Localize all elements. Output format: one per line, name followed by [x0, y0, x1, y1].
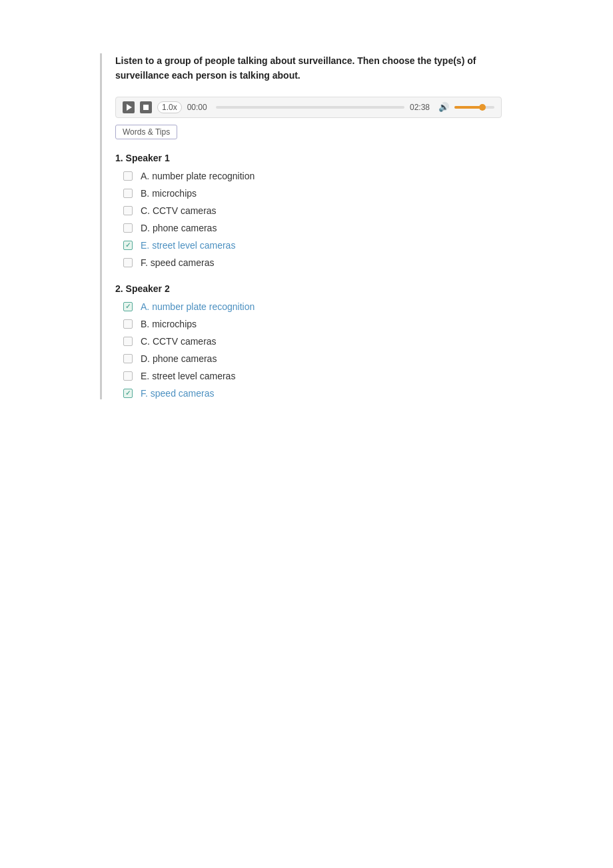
checkbox-1a[interactable]	[122, 170, 134, 182]
list-item: F. speed cameras	[122, 387, 513, 399]
option-2f-text: F. speed cameras	[141, 388, 215, 399]
list-item: C. CCTV cameras	[122, 205, 513, 217]
checkbox-2f[interactable]	[122, 387, 134, 399]
list-item: A. number plate recognition	[122, 301, 513, 313]
checkbox-unchecked-icon	[123, 337, 133, 346]
checkbox-2e[interactable]	[122, 370, 134, 382]
checkbox-1e[interactable]	[122, 239, 134, 251]
checkbox-unchecked-icon	[123, 189, 133, 198]
volume-fill	[454, 106, 480, 109]
checkbox-unchecked-icon	[123, 354, 133, 363]
section-2-number: 2.	[115, 283, 126, 294]
option-2d-text: D. phone cameras	[141, 353, 217, 364]
section-1: 1. Speaker 1 A. number plate recognition…	[115, 153, 513, 269]
checkbox-unchecked-icon	[123, 223, 133, 233]
list-item: B. microchips	[122, 318, 513, 330]
checkbox-2d[interactable]	[122, 353, 134, 365]
option-2b-text: B. microchips	[141, 319, 197, 329]
section-2-options: A. number plate recognition B. microchip…	[115, 301, 513, 399]
section-1-options: A. number plate recognition B. microchip…	[115, 170, 513, 269]
checkbox-2a[interactable]	[122, 301, 134, 313]
section-2-title: 2. Speaker 2	[115, 283, 513, 294]
list-item: D. phone cameras	[122, 222, 513, 234]
play-button[interactable]	[123, 101, 135, 113]
speed-badge[interactable]: 1.0x	[157, 101, 182, 113]
stop-button[interactable]	[140, 101, 152, 113]
option-1a-text: A. number plate recognition	[141, 171, 255, 181]
page-container: Listen to a group of people talking abou…	[0, 0, 613, 467]
checkbox-unchecked-icon	[123, 171, 133, 181]
list-item: E. street level cameras	[122, 239, 513, 251]
checkbox-checked-icon	[123, 302, 133, 311]
section-1-number: 1.	[115, 153, 126, 163]
volume-bar[interactable]	[454, 106, 494, 109]
checkbox-checked-icon	[123, 389, 133, 398]
list-item: F. speed cameras	[122, 257, 513, 269]
volume-knob[interactable]	[479, 104, 486, 111]
total-time: 02:38	[410, 103, 433, 112]
words-tips-button[interactable]: Words & Tips	[115, 125, 177, 139]
list-item: D. phone cameras	[122, 353, 513, 365]
list-item: E. street level cameras	[122, 370, 513, 382]
instruction-text: Listen to a group of people talking abou…	[115, 53, 513, 83]
checkbox-1f[interactable]	[122, 257, 134, 269]
checkbox-1d[interactable]	[122, 222, 134, 234]
checkbox-1c[interactable]	[122, 205, 134, 217]
list-item: C. CCTV cameras	[122, 335, 513, 347]
current-time: 00:00	[187, 103, 211, 112]
checkbox-checked-icon	[123, 241, 133, 250]
option-1e-text: E. street level cameras	[141, 240, 235, 251]
option-2c-text: C. CCTV cameras	[141, 336, 217, 347]
option-2a-text: A. number plate recognition	[141, 301, 255, 312]
list-item: B. microchips	[122, 187, 513, 199]
option-1f-text: F. speed cameras	[141, 257, 215, 268]
section-1-title: 1. Speaker 1	[115, 153, 513, 163]
checkbox-1b[interactable]	[122, 187, 134, 199]
audio-player: 1.0x 00:00 02:38 🔊	[115, 97, 502, 118]
option-1c-text: C. CCTV cameras	[141, 205, 217, 216]
option-1d-text: D. phone cameras	[141, 223, 217, 233]
section-2: 2. Speaker 2 A. number plate recognition…	[115, 283, 513, 399]
checkbox-unchecked-icon	[123, 319, 133, 329]
volume-icon: 🔊	[438, 102, 449, 112]
checkbox-2c[interactable]	[122, 335, 134, 347]
checkbox-unchecked-icon	[123, 258, 133, 267]
list-item: A. number plate recognition	[122, 170, 513, 182]
checkbox-unchecked-icon	[123, 206, 133, 215]
option-2e-text: E. street level cameras	[141, 371, 235, 381]
option-1b-text: B. microchips	[141, 188, 197, 199]
checkbox-2b[interactable]	[122, 318, 134, 330]
checkbox-unchecked-icon	[123, 371, 133, 381]
progress-bar[interactable]	[216, 106, 404, 109]
